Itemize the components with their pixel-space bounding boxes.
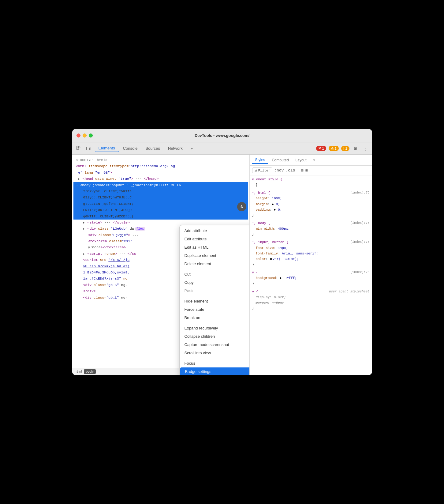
breadcrumb-html[interactable]: html xyxy=(75,370,83,374)
css-selector-text: *, input, button { xyxy=(252,240,289,244)
ctx-capture[interactable]: Capture node screenshot xyxy=(180,340,250,349)
cls-button[interactable]: .cls xyxy=(285,168,295,173)
minimize-button[interactable] xyxy=(83,134,87,137)
css-closing-brace: } xyxy=(252,182,370,188)
html-line: ENT;szjOR:.CLIENT;JL9QD xyxy=(73,207,248,213)
css-value: 0; xyxy=(278,208,282,212)
css-closing: } xyxy=(252,231,370,237)
css-block-element-style: element.style { } xyxy=(252,177,370,188)
styles-panel: Styles Computed Layout » ⊿ Filter :hov .… xyxy=(250,155,372,375)
tab-sources[interactable]: Sources xyxy=(142,145,164,152)
styles-action-icon-1[interactable]: ⊟ xyxy=(301,168,304,173)
ctx-cut[interactable]: Cut xyxy=(180,270,250,278)
tab-bar: Elements Console Sources Network » xyxy=(95,145,197,152)
styles-tabs: Styles Computed Layout » xyxy=(250,155,372,166)
breadcrumb-body[interactable]: body xyxy=(84,369,96,374)
info-badge[interactable]: ! 1 xyxy=(341,146,349,151)
ctx-focus-label: Focus xyxy=(185,361,195,366)
tab-layout[interactable]: Layout xyxy=(293,157,310,164)
main-content: <!DOCTYPE html> <html itemscope itemtype… xyxy=(72,155,372,375)
ctx-badge-settings[interactable]: Badge settings › xyxy=(180,367,250,375)
ctx-collapse[interactable]: Collapse children xyxy=(180,332,250,340)
maximize-button[interactable] xyxy=(89,134,93,137)
tab-console[interactable]: Console xyxy=(119,145,141,152)
styles-content: element.style { } *, html { (index):75 h… xyxy=(250,175,372,365)
tab-more[interactable]: » xyxy=(187,145,196,152)
ctx-add-attribute[interactable]: Add attribute xyxy=(180,227,250,235)
ctx-expand[interactable]: Expand recursively xyxy=(180,324,250,332)
css-selector-row: *, input, button { (index):75 xyxy=(252,239,370,245)
css-selector-element: element.style { xyxy=(252,177,370,182)
html-line: qGMTIf:.CLIENT;ydZCDf:.( xyxy=(73,213,248,220)
css-prop-row: margin: → 8px; xyxy=(252,300,370,306)
html-line-selected: … <body jsmodel="hspDDf " _jsaction="yhI… xyxy=(73,182,248,188)
device-mode-icon[interactable] xyxy=(85,145,92,152)
close-button[interactable] xyxy=(76,134,80,137)
ctx-hide[interactable]: Hide element xyxy=(180,297,250,305)
css-closing: } xyxy=(252,213,370,218)
add-style-button[interactable]: + xyxy=(297,168,300,173)
css-selector-text: element.style { xyxy=(252,178,282,181)
css-block-user-agent: y { user agent stylesheet display: block… xyxy=(252,289,370,311)
tab-styles-more[interactable]: » xyxy=(310,157,319,164)
css-prop: min-width xyxy=(256,227,274,231)
ctx-copy[interactable]: Copy › xyxy=(180,278,250,287)
css-block-html: *, html { (index):75 height: 100%; margi… xyxy=(252,190,370,218)
hov-button[interactable]: :hov xyxy=(274,168,284,173)
info-count: 1 xyxy=(345,147,347,150)
css-prop-row: color: var(--COEmY); xyxy=(252,256,370,262)
accessibility-icon[interactable] xyxy=(237,202,246,211)
ctx-edit-html[interactable]: Edit as HTML xyxy=(180,243,250,251)
css-source: (index):75 xyxy=(350,190,369,195)
select-element-icon[interactable] xyxy=(75,145,83,152)
tab-elements[interactable]: Elements xyxy=(95,145,119,152)
html-line: ▶ <head data-aimvt="true"> ··· </head> xyxy=(73,176,248,182)
css-selector-row: *, html { (index):75 xyxy=(252,190,370,196)
css-value-strikethrough: → 8px; xyxy=(272,301,284,305)
context-menu: Add attribute Edit attribute Edit as HTM… xyxy=(179,225,250,375)
css-source: (index):75 xyxy=(350,239,369,245)
more-icon[interactable]: ⋮ xyxy=(362,145,369,152)
toolbar: Elements Console Sources Network » ✕ 1 ⚠… xyxy=(72,142,372,155)
css-closing: } xyxy=(252,281,370,286)
css-source-agent: user agent stylesheet xyxy=(329,289,369,294)
html-line: 6Slyc:.CLIENT;hWT9Jb:.C xyxy=(73,194,248,201)
settings-icon[interactable]: ⚙ xyxy=(352,145,359,152)
ctx-scroll[interactable]: Scroll into view xyxy=(180,349,250,357)
ctx-scroll-label: Scroll into view xyxy=(185,351,211,355)
ctx-break-on[interactable]: Break on › xyxy=(180,314,250,322)
color-swatch xyxy=(284,277,286,279)
ctx-edit-attribute[interactable]: Edit attribute xyxy=(180,235,250,243)
tab-styles[interactable]: Styles xyxy=(252,156,268,164)
tab-network[interactable]: Network xyxy=(164,145,186,152)
html-line: e" lang="en-GB"> xyxy=(73,170,248,176)
tab-computed[interactable]: Computed xyxy=(269,157,292,164)
css-selector-row: y { (index):75 xyxy=(252,270,370,275)
ctx-divider-3 xyxy=(180,323,250,323)
ctx-cut-label: Cut xyxy=(185,272,191,276)
ctx-delete[interactable]: Delete element xyxy=(180,260,250,268)
styles-action-icon-2[interactable]: ⊞ xyxy=(305,168,308,173)
ctx-divider-2 xyxy=(180,296,250,296)
ctx-divider-1 xyxy=(180,269,250,269)
css-selector-row: *, body { (index):75 xyxy=(252,220,370,226)
info-icon: ! xyxy=(343,147,345,150)
ctx-duplicate[interactable]: Duplicate element xyxy=(180,251,250,260)
css-prop: font-family xyxy=(256,252,278,255)
filter-input[interactable]: ⊿ Filter xyxy=(252,167,273,173)
triangle-right: ▶ xyxy=(274,208,276,212)
css-prop: margin xyxy=(256,202,268,206)
html-line: <!DOCTYPE html> xyxy=(73,157,248,163)
warn-icon: ⚠ xyxy=(331,146,334,150)
warn-badge[interactable]: ⚠ 2 xyxy=(329,146,339,151)
color-swatch xyxy=(270,258,272,260)
css-value: 100%; xyxy=(272,197,282,200)
ctx-focus[interactable]: Focus xyxy=(180,359,250,367)
window-title: DevTools - www.google.com/ xyxy=(195,133,249,138)
error-count: 1 xyxy=(322,147,324,150)
css-selector-text: y { xyxy=(252,290,258,294)
ctx-force-state[interactable]: Force state › xyxy=(180,305,250,314)
css-prop: color xyxy=(256,257,266,261)
css-selector-text: *, body { xyxy=(252,221,270,225)
error-badge[interactable]: ✕ 1 xyxy=(316,146,326,151)
